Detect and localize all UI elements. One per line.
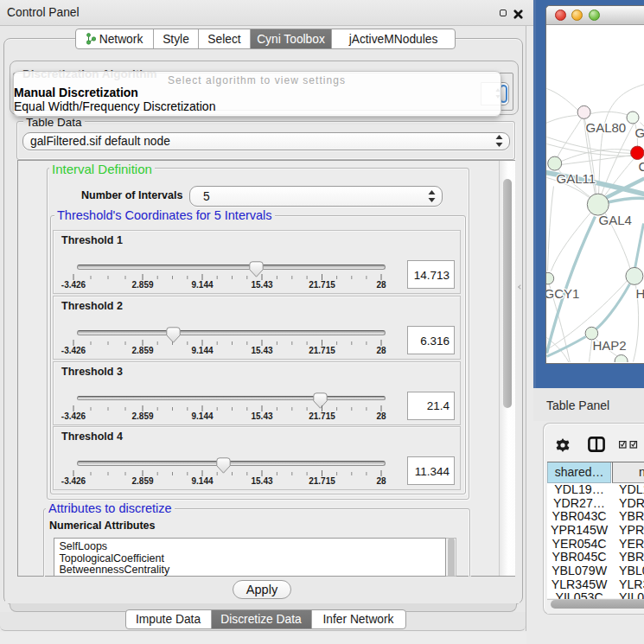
svg-text:C: C — [638, 158, 644, 173]
svg-text:H: H — [635, 285, 644, 300]
svg-text:GAL11: GAL11 — [556, 170, 596, 185]
svg-text:GCY1: GCY1 — [546, 285, 579, 300]
svg-text:GAL80: GAL80 — [585, 119, 626, 134]
svg-text:GAL4: GAL4 — [598, 212, 631, 226]
svg-text:HAP2: HAP2 — [592, 337, 626, 352]
svg-text:GA: GA — [634, 124, 644, 139]
